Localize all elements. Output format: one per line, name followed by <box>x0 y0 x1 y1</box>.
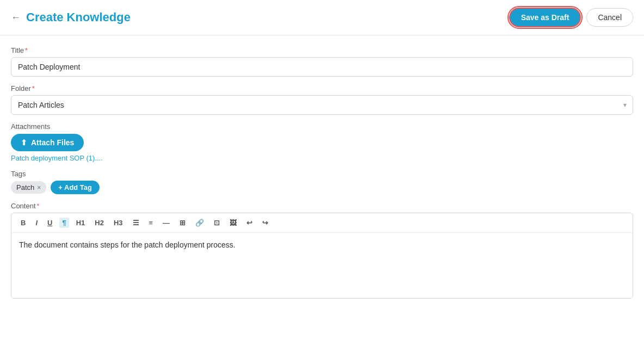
tags-row: Patch × + Add Tag <box>11 181 633 194</box>
header-actions: Save as Draft Cancel <box>509 8 633 27</box>
form-body: Title* Folder* Patch Articles General SO… <box>0 35 644 310</box>
folder-label: Folder* <box>11 84 633 92</box>
toolbar-h3-button[interactable]: H3 <box>111 218 126 228</box>
attach-files-button[interactable]: ⬆ Attach Files <box>11 134 84 151</box>
attach-files-label: Attach Files <box>31 138 74 147</box>
toolbar-bullet-list-button[interactable]: ☰ <box>130 218 142 228</box>
content-label: Content* <box>11 202 633 210</box>
tag-remove-patch[interactable]: × <box>37 184 41 191</box>
editor-toolbar: B I U ¶ H1 H2 H3 ☰ ≡ — ⊞ 🔗 ⊡ 🖼 ↩ ↪ <box>11 213 633 233</box>
title-label: Title* <box>11 46 633 54</box>
tag-chip-patch: Patch × <box>11 181 46 194</box>
folder-required-star: * <box>32 84 35 92</box>
attachment-file-link[interactable]: Patch deployment SOP (1).... <box>11 154 633 162</box>
title-input[interactable] <box>11 57 633 77</box>
title-required-star: * <box>25 46 28 54</box>
editor-content[interactable]: The document contains steps for the patc… <box>11 233 633 298</box>
toolbar-table-button[interactable]: ⊞ <box>177 218 188 228</box>
folder-select[interactable]: Patch Articles General SOP <box>11 95 633 115</box>
attachments-label: Attachments <box>11 122 633 131</box>
toolbar-image-button[interactable]: 🖼 <box>227 218 239 228</box>
toolbar-paragraph-button[interactable]: ¶ <box>59 218 69 228</box>
tags-label: Tags <box>11 170 633 178</box>
content-required-star: * <box>37 202 40 210</box>
content-field-group: Content* B I U ¶ H1 H2 H3 ☰ ≡ — ⊞ 🔗 ⊡ <box>11 202 633 299</box>
tag-name-patch: Patch <box>16 183 34 191</box>
toolbar-undo-button[interactable]: ↩ <box>244 218 255 228</box>
toolbar-embed-button[interactable]: ⊡ <box>211 218 222 228</box>
toolbar-link-button[interactable]: 🔗 <box>193 218 207 228</box>
toolbar-underline-button[interactable]: U <box>45 218 55 228</box>
attachments-field-group: Attachments ⬆ Attach Files Patch deploym… <box>11 122 633 162</box>
save-as-draft-button[interactable]: Save as Draft <box>509 8 581 27</box>
editor-text: The document contains steps for the patc… <box>19 240 236 249</box>
toolbar-ordered-list-button[interactable]: ≡ <box>146 218 156 228</box>
page-title: Create Knowledge <box>26 10 131 24</box>
toolbar-h1-button[interactable]: H1 <box>73 218 88 228</box>
folder-select-wrapper: Patch Articles General SOP ▾ <box>11 95 633 115</box>
toolbar-italic-button[interactable]: I <box>33 218 40 228</box>
editor-wrapper: B I U ¶ H1 H2 H3 ☰ ≡ — ⊞ 🔗 ⊡ 🖼 ↩ ↪ <box>11 213 633 299</box>
toolbar-h2-button[interactable]: H2 <box>92 218 107 228</box>
back-arrow-icon[interactable]: ← <box>11 12 21 23</box>
cancel-button[interactable]: Cancel <box>586 8 633 27</box>
add-tag-button[interactable]: + Add Tag <box>51 181 100 194</box>
title-field-group: Title* <box>11 46 633 77</box>
upload-icon: ⬆ <box>21 138 27 147</box>
page-header: ← Create Knowledge Save as Draft Cancel <box>0 0 644 35</box>
folder-field-group: Folder* Patch Articles General SOP ▾ <box>11 84 633 115</box>
tags-field-group: Tags Patch × + Add Tag <box>11 170 633 194</box>
toolbar-redo-button[interactable]: ↪ <box>259 218 271 228</box>
toolbar-divider-button[interactable]: — <box>160 218 172 228</box>
toolbar-bold-button[interactable]: B <box>18 218 28 228</box>
header-left: ← Create Knowledge <box>11 10 131 24</box>
